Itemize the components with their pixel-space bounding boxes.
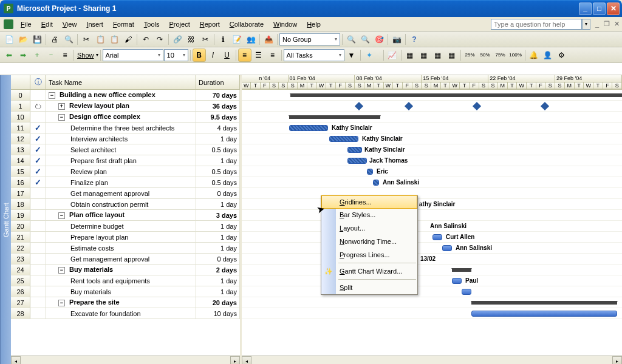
task-row[interactable]: 24− Buy materials2 days xyxy=(11,265,240,275)
duration-cell[interactable]: 0.5 days xyxy=(196,177,240,187)
task-bar[interactable] xyxy=(289,125,328,131)
week-header[interactable]: 15 Feb '04 xyxy=(422,75,488,83)
gantt-timescale[interactable]: n '0401 Feb '0408 Feb '0415 Feb '0422 Fe… xyxy=(242,75,622,90)
duration-cell[interactable]: 0 days xyxy=(196,188,240,198)
doc-minimize-button[interactable]: _ xyxy=(593,20,601,29)
filter-combo[interactable]: All Tasks▾ xyxy=(284,49,344,61)
help-button[interactable]: ? xyxy=(408,33,421,46)
duration-cell[interactable]: 9.5 days xyxy=(196,112,240,122)
ctx-item-bar-styles[interactable]: Bar Styles... xyxy=(321,208,417,221)
menu-insert[interactable]: Insert xyxy=(81,19,108,30)
week-header[interactable]: 08 Feb '04 xyxy=(355,75,422,83)
menu-edit[interactable]: Edit xyxy=(36,19,58,30)
milestone-marker[interactable] xyxy=(473,102,481,110)
summary-bar[interactable] xyxy=(289,115,380,119)
gantt-row[interactable] xyxy=(242,101,622,112)
summary-bar[interactable] xyxy=(290,93,622,97)
task-bar[interactable] xyxy=(347,158,367,164)
duration-cell[interactable]: 1 day xyxy=(196,221,240,231)
row-id[interactable]: 11 xyxy=(11,123,30,133)
duration-cell[interactable]: 3 days xyxy=(196,210,240,220)
duration-cell[interactable]: 1 day xyxy=(196,286,240,297)
summary-bar[interactable] xyxy=(452,268,471,272)
menu-report[interactable]: Report xyxy=(195,19,225,30)
link-button[interactable]: 🔗 xyxy=(171,33,184,46)
show-menu-button[interactable]: Show xyxy=(76,52,95,59)
tracking-toolbar-button-3[interactable]: ▦ xyxy=(431,49,445,62)
task-bar[interactable] xyxy=(347,147,362,153)
task-name-cell[interactable]: Get management approval xyxy=(46,254,196,264)
goto-task-button[interactable]: 🎯 xyxy=(372,33,386,46)
ctx-item-gridlines[interactable]: Gridlines... xyxy=(321,195,417,209)
col-header-id[interactable] xyxy=(11,75,30,89)
task-name-cell[interactable]: Buy materials xyxy=(46,286,196,297)
view-label[interactable]: Gantt Chart xyxy=(0,75,11,364)
task-info-button[interactable]: ℹ xyxy=(216,33,230,46)
task-name-cell[interactable]: Determine the three best architects xyxy=(46,123,196,133)
outline-toggle-button[interactable]: + xyxy=(58,103,65,110)
zoom-out-button[interactable]: 🔍 xyxy=(358,33,372,46)
task-row[interactable]: 14✓ Prepare first draft plan1 day xyxy=(11,155,240,166)
duration-cell[interactable]: 1 day xyxy=(196,275,240,286)
gantt-row[interactable]: Kathy Sinclair xyxy=(242,144,622,155)
task-name-cell[interactable]: Select architect xyxy=(46,144,196,155)
task-name-cell[interactable]: − Design office complex xyxy=(46,112,196,122)
doc-restore-button[interactable]: ❐ xyxy=(603,20,611,29)
task-bar[interactable] xyxy=(373,180,379,186)
redo-button[interactable]: ↷ xyxy=(153,33,166,46)
paste-button[interactable]: 📋 xyxy=(108,33,121,46)
milestone-marker[interactable] xyxy=(541,102,549,110)
task-name-cell[interactable]: Get management approval xyxy=(46,188,196,198)
task-bar[interactable] xyxy=(367,169,373,175)
duration-cell[interactable]: 20 days xyxy=(196,297,240,308)
task-bar[interactable] xyxy=(452,278,462,284)
menu-view[interactable]: View xyxy=(58,19,82,30)
summary-bar[interactable] xyxy=(471,301,617,305)
outline-toggle-button[interactable]: − xyxy=(58,212,65,219)
task-row[interactable]: 22 Estimate costs1 day xyxy=(11,243,240,254)
task-name-cell[interactable]: − Prepare the site xyxy=(46,297,196,308)
menu-help[interactable]: Help xyxy=(302,19,326,30)
row-id[interactable]: 15 xyxy=(11,166,30,177)
duration-cell[interactable]: 1 day xyxy=(196,155,240,166)
gantt-row[interactable] xyxy=(242,297,622,308)
gantt-row[interactable]: Kathy Sinclair xyxy=(242,133,622,144)
maximize-button[interactable]: □ xyxy=(593,2,606,15)
week-header[interactable]: 29 Feb '04 xyxy=(555,75,622,83)
gantt-scroll-left-button[interactable]: ◂ xyxy=(242,356,251,364)
task-row[interactable]: 20 Determine budget1 day xyxy=(11,221,240,232)
split-task-button[interactable]: ✂ xyxy=(199,33,212,46)
task-row[interactable]: 1⭮+ Review layout plan36 days xyxy=(11,101,240,112)
zoom-50[interactable]: 50% xyxy=(478,49,493,62)
cut-button[interactable]: ✂ xyxy=(80,33,93,46)
task-row[interactable]: 21 Prepare layout plan1 day xyxy=(11,232,240,243)
row-id[interactable]: 18 xyxy=(11,199,30,209)
doc-close-button[interactable]: ✕ xyxy=(612,20,621,29)
task-name-cell[interactable]: − Buy materials xyxy=(46,265,196,275)
ctx-item-progress-lines[interactable]: Progress Lines... xyxy=(321,248,417,261)
autofilter-button[interactable]: ▼ xyxy=(345,49,358,62)
zoom-75[interactable]: 75% xyxy=(493,49,508,62)
zoom-25[interactable]: 25% xyxy=(463,49,477,62)
collab-button[interactable]: 👤 xyxy=(541,49,555,62)
row-id[interactable]: 10 xyxy=(11,112,30,122)
print-preview-button[interactable]: 🔍 xyxy=(62,33,75,46)
row-id[interactable]: 1 xyxy=(11,101,30,111)
close-button[interactable]: ✕ xyxy=(607,2,620,15)
align-right-button[interactable]: ≡ xyxy=(266,49,279,62)
update-button[interactable]: ⚙ xyxy=(555,49,569,62)
copy-button[interactable]: 📋 xyxy=(94,33,107,46)
align-left-button[interactable]: ≡ xyxy=(238,49,251,62)
task-name-cell[interactable]: Interview architects xyxy=(46,133,196,144)
milestone-marker[interactable] xyxy=(405,102,413,110)
assign-resources-button[interactable]: 👥 xyxy=(244,33,258,46)
outline-toggle-button[interactable]: − xyxy=(58,267,65,274)
hide-assignments-button[interactable]: ≡ xyxy=(58,49,72,62)
task-row[interactable]: 23 Get management approval0 days xyxy=(11,254,240,265)
underline-button[interactable]: U xyxy=(220,49,234,62)
task-row[interactable]: 16✓ Finalize plan0.5 days xyxy=(11,177,240,188)
font-combo[interactable]: Arial▾ xyxy=(103,49,163,61)
gantt-row[interactable]: Ann Salinski xyxy=(242,243,622,254)
col-header-name[interactable]: Task Name xyxy=(46,75,196,89)
gantt-row[interactable]: Kathy Sinclair xyxy=(242,123,622,133)
